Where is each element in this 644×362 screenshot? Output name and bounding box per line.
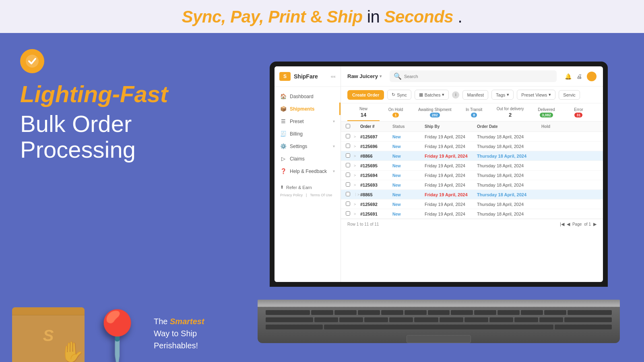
print-icon[interactable]: 🖨 [576,73,582,80]
privacy-policy-link[interactable]: Privacy Policy [280,193,303,197]
next-page-button[interactable]: ▶ [593,222,597,227]
row-ship-2: Friday 19 April, 2024 [425,154,477,158]
laptop-keyboard [258,307,620,343]
sidebar-collapse-icon[interactable]: «« [331,74,336,79]
table-row[interactable]: > #125697 New Friday 19 April, 2024 Thur… [341,132,603,142]
table-row[interactable]: > #125696 New Friday 19 April, 2024 Thur… [341,142,603,151]
table-row[interactable]: ⋮> #8865 New Friday 19 April, 2024 Thurs… [341,190,603,200]
table-row[interactable]: > #125694 New Friday 19 April, 2024 Thur… [341,171,603,180]
sidebar-item-help[interactable]: ❓ Help & Feedback ▾ [275,165,341,177]
search-input[interactable] [404,74,553,79]
table-row[interactable]: > #125691 New Friday 19 April, 2024 Thur… [341,209,603,219]
row-expand-0[interactable]: > [354,135,360,139]
header-hold: Hold [541,124,566,129]
tab-new[interactable]: New 14 [347,103,380,121]
first-page-button[interactable]: |◀ [560,222,564,227]
row-check-3 [346,163,354,168]
tagline-area: The Smartest Way to Ship Perishables! [150,315,204,362]
package-box: S ✋ [12,307,85,362]
prev-page-button[interactable]: ◀ [567,222,570,227]
row-expand-5[interactable]: > [354,183,360,187]
row-info: Row 1 to 11 of 11 [347,222,379,226]
table-row[interactable]: > #125692 New Friday 19 April, 2024 Thur… [341,200,603,209]
top-banner: Sync, Pay, Print & Ship in Seconds . [0,0,644,33]
hero-title: Lighting-Fast [20,81,221,107]
sidebar-logo: S ShipFare «« [275,66,341,87]
tab-error[interactable]: Error 31 [562,104,594,121]
banner-and: & [310,7,327,26]
row-checkbox-3[interactable] [346,163,350,167]
header-check [346,124,354,129]
search-icon: 🔍 [394,72,402,80]
row-checkbox-5[interactable] [346,182,350,187]
row-status-6: New [392,192,425,197]
chevron-down-icon-help: ▾ [333,169,335,173]
tab-on-hold[interactable]: On Hold 1 [380,104,412,121]
sidebar-item-billing[interactable]: 🧾 Billing [275,128,341,140]
table-row[interactable]: > #125695 New Friday 19 April, 2024 Thur… [341,161,603,171]
sidebar-item-settings[interactable]: ⚙️ Settings ▾ [275,140,341,152]
row-check-8 [346,211,354,216]
table-row[interactable]: > #125693 New Friday 19 April, 2024 Thur… [341,180,603,190]
row-expand-8[interactable]: > [354,212,360,216]
row-expand-2[interactable]: > [354,154,360,158]
sidebar-item-shipments[interactable]: 📦 Shipments [275,103,341,115]
sidebar-item-claims[interactable]: ▷ Claims [275,152,341,165]
row-expand-6[interactable]: ⋮> [354,193,360,197]
avatar[interactable] [587,72,597,81]
sidebar-item-dashboard[interactable]: 🏠 Dashboard [275,90,341,103]
footer-separator: | [306,193,307,197]
tab-awaiting[interactable]: Awaiting Shipment 282 [412,104,458,121]
sidebar-footer: ⬆ Refer & Earn Privacy Policy | Terms Of… [275,181,341,201]
row-checkbox-7[interactable] [346,202,350,206]
preset-views-caret: ▾ [549,92,551,97]
trackpad [407,335,471,343]
store-name[interactable]: Raw Juicery ▾ [347,73,382,79]
tab-delivery[interactable]: Out for delivery 2 [490,103,530,121]
search-box[interactable]: 🔍 [390,70,557,82]
create-order-button[interactable]: Create Order [347,90,384,100]
row-checkbox-0[interactable] [346,134,350,138]
row-order-4: #125694 [360,173,392,178]
banner-in: in [367,7,384,26]
sync-button[interactable]: ↻ Sync [387,90,411,100]
package-logo: S [43,327,54,345]
row-checkbox-2[interactable] [346,153,350,158]
info-icon[interactable]: i [452,91,459,99]
tab-new-count: 14 [361,112,366,118]
share-icon: ⬆ [280,185,284,190]
table-row[interactable]: > #8866 New Friday 19 April, 2024 Thursd… [341,151,603,161]
preset-views-button[interactable]: Preset Views ▾ [517,90,555,100]
row-checkbox-8[interactable] [346,211,350,216]
preset-views-label: Preset Views [521,93,547,97]
notification-icon[interactable]: 🔔 [565,73,572,80]
refer-earn-label: Refer & Earn [286,185,312,190]
row-expand-7[interactable]: > [354,202,360,206]
tab-delivered[interactable]: Delivered 3,082 [530,104,562,121]
select-all-checkbox[interactable] [346,124,350,128]
tags-button[interactable]: Tags ▾ [491,90,514,100]
tab-delivered-label: Delivered [538,107,555,112]
row-expand-1[interactable]: > [354,144,360,148]
sidebar-label-shipments: Shipments [290,106,335,112]
table-header: Order # Status Ship By Order Date Hold [341,121,603,132]
row-checkbox-4[interactable] [346,173,350,177]
row-order-1: #125696 [360,144,392,149]
row-checkbox-6[interactable] [346,192,350,196]
header-status: Status [392,124,425,129]
refer-earn-button[interactable]: ⬆ Refer & Earn [280,185,335,190]
chevron-down-icon-settings: ▾ [333,144,335,148]
sync-label: Sync [397,93,407,97]
manifest-button[interactable]: Manifest [462,90,488,100]
row-expand-4[interactable]: > [354,173,360,177]
tab-new-label: New [359,107,367,111]
main-content: Raw Juicery ▾ 🔍 🔔 🖨 [341,66,603,282]
row-expand-3[interactable]: > [354,164,360,168]
batches-button[interactable]: ▦ Batches ▾ [415,90,449,100]
row-ship-8: Friday 19 April, 2024 [425,212,477,216]
services-button[interactable]: Servic [559,90,580,100]
row-checkbox-1[interactable] [346,144,350,148]
terms-of-use-link[interactable]: Terms Of Use [310,193,332,197]
tab-transit[interactable]: In Transit 8 [458,104,490,121]
sidebar-item-preset[interactable]: ☰ Preset ▾ [275,115,341,128]
